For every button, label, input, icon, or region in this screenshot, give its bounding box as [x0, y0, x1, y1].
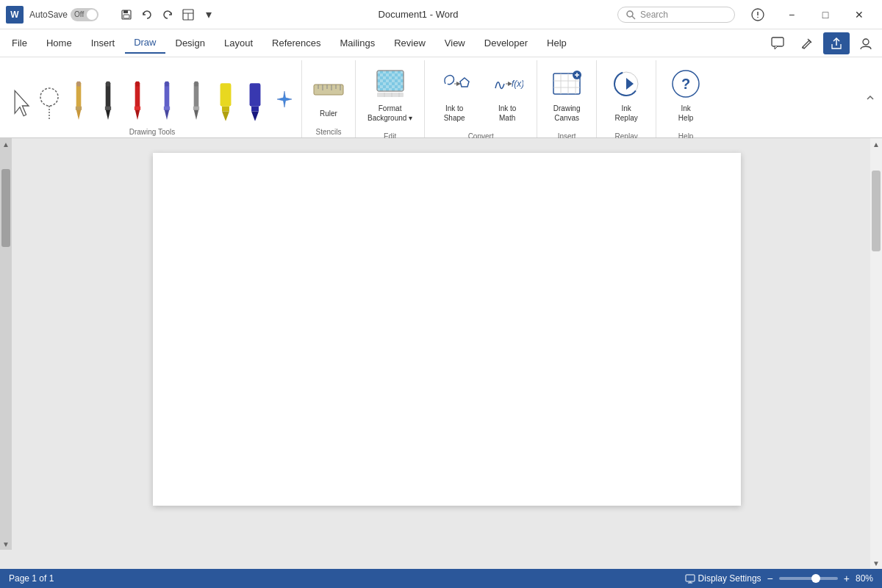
menu-draw[interactable]: Draw	[125, 32, 165, 54]
ink-to-math-label: Ink toMath	[498, 104, 516, 123]
svg-rect-25	[107, 82, 110, 87]
zoom-thumb	[811, 574, 820, 583]
scroll-down-right[interactable]: ▼	[870, 557, 882, 569]
svg-rect-38	[220, 83, 232, 106]
word-logo: W	[6, 6, 24, 24]
svg-rect-37	[195, 82, 198, 87]
ribbon-collapse-button[interactable]	[861, 89, 879, 107]
pen1-button[interactable]	[65, 74, 93, 125]
ink-to-shape-button[interactable]: Ink toShape	[431, 63, 478, 129]
svg-point-10	[757, 16, 759, 18]
minimize-button[interactable]: −	[775, 0, 808, 29]
pen4-button[interactable]	[153, 74, 181, 125]
ribbon-group-help: ? InkHelp Help	[656, 60, 715, 137]
svg-marker-74	[626, 78, 634, 90]
ink-help-button[interactable]: ? InkHelp	[662, 63, 709, 129]
scroll-up-right[interactable]: ▲	[870, 138, 882, 150]
ribbon-group-drawing-tools: Drawing Tools	[0, 60, 302, 137]
svg-rect-32	[164, 107, 170, 110]
svg-marker-15	[15, 90, 29, 115]
menu-insert[interactable]: Insert	[82, 33, 124, 53]
menu-bar: File Home Insert Draw Design Layout Refe…	[0, 29, 882, 57]
scroll-thumb-right[interactable]	[872, 171, 881, 252]
zoom-plus-button[interactable]: +	[844, 573, 850, 584]
autosave-toggle[interactable]: Off	[71, 8, 98, 21]
svg-point-6	[627, 11, 633, 17]
autosave-label: AutoSave	[29, 10, 68, 20]
svg-rect-52	[377, 71, 404, 91]
format-background-icon	[373, 66, 408, 101]
svg-rect-2	[123, 15, 129, 18]
ink-replay-icon	[609, 66, 644, 101]
table-button[interactable]	[178, 4, 198, 25]
ink-replay-label: InkReplay	[615, 104, 638, 123]
share-button[interactable]	[823, 32, 850, 54]
customize-qat-button[interactable]: ▾	[198, 4, 219, 25]
pen5-button[interactable]	[182, 74, 210, 125]
feedback-button[interactable]	[741, 0, 775, 29]
zoom-slider[interactable]	[779, 577, 838, 580]
svg-rect-36	[193, 107, 199, 110]
maximize-button[interactable]: □	[808, 0, 842, 29]
scrollbar-v-right[interactable]: ▲ ▼	[870, 138, 882, 569]
document-page	[153, 153, 741, 506]
profile-button[interactable]	[853, 32, 879, 54]
ribbon-group-stencils: Ruler Stencils	[302, 60, 356, 137]
redo-button[interactable]	[157, 4, 178, 25]
pen3-button[interactable]	[123, 74, 151, 125]
add-tool-button[interactable]	[270, 74, 298, 125]
svg-rect-77	[686, 575, 695, 581]
menu-view[interactable]: View	[436, 33, 474, 53]
close-button[interactable]: ✕	[842, 0, 876, 29]
menu-mailings[interactable]: Mailings	[331, 33, 384, 53]
svg-marker-60	[460, 78, 469, 87]
title-bar: W AutoSave Off ▾ Document1 - Word Search	[0, 0, 882, 29]
svg-marker-43	[251, 111, 259, 121]
scroll-up-arrow[interactable]: ▲	[0, 138, 12, 150]
drawing-canvas-label: DrawingCanvas	[553, 104, 581, 123]
status-bar: Page 1 of 1 Display Settings − + 80%	[0, 569, 882, 588]
svg-rect-42	[251, 107, 259, 112]
scroll-track-left	[0, 150, 12, 538]
display-settings-label: Display Settings	[698, 573, 761, 584]
ribbon-group-edit: FormatBackground ▾ Edit	[356, 60, 425, 137]
stencils-label: Stencils	[308, 125, 349, 137]
menu-home[interactable]: Home	[37, 33, 81, 53]
menu-developer[interactable]: Developer	[476, 33, 537, 53]
menu-review[interactable]: Review	[385, 33, 434, 53]
autosave-state: Off	[72, 10, 84, 18]
ruler-button[interactable]: Ruler	[308, 68, 349, 121]
select-tool-button[interactable]	[6, 74, 34, 125]
menu-design[interactable]: Design	[167, 33, 214, 53]
menu-help[interactable]: Help	[538, 33, 576, 53]
pen2-button[interactable]	[94, 74, 122, 125]
display-settings-button[interactable]: Display Settings	[685, 573, 761, 584]
drawing-canvas-button[interactable]: DrawingCanvas	[543, 63, 590, 129]
save-button[interactable]	[116, 4, 137, 25]
marker2-button[interactable]	[241, 74, 269, 125]
lasso-tool-button[interactable]	[35, 74, 63, 125]
undo-button[interactable]	[137, 4, 157, 25]
marker1-button[interactable]	[212, 74, 240, 125]
svg-marker-23	[106, 110, 111, 120]
menu-layout[interactable]: Layout	[215, 33, 262, 53]
ink-replay-button[interactable]: InkReplay	[603, 63, 650, 129]
menu-references[interactable]: References	[263, 33, 329, 53]
scroll-down-arrow[interactable]: ▼	[0, 538, 12, 550]
svg-line-7	[632, 16, 635, 19]
scrollbar-v-left[interactable]: ▲ ▼	[0, 138, 12, 550]
svg-rect-41	[250, 83, 261, 106]
svg-marker-27	[135, 110, 140, 120]
ink-to-math-button[interactable]: f(x) Ink toMath	[484, 63, 531, 129]
format-background-button[interactable]: FormatBackground ▾	[362, 63, 418, 129]
svg-marker-35	[194, 110, 199, 120]
editing-button[interactable]	[794, 32, 820, 54]
ink-to-shape-label: Ink toShape	[444, 104, 465, 123]
scroll-thumb-left[interactable]	[1, 169, 10, 247]
svg-rect-20	[76, 107, 82, 110]
comments-button[interactable]	[764, 32, 791, 54]
search-placeholder: Search	[640, 10, 668, 20]
menu-file[interactable]: File	[3, 33, 36, 53]
page-info: Page 1 of 1	[9, 573, 54, 584]
zoom-minus-button[interactable]: −	[767, 573, 773, 584]
